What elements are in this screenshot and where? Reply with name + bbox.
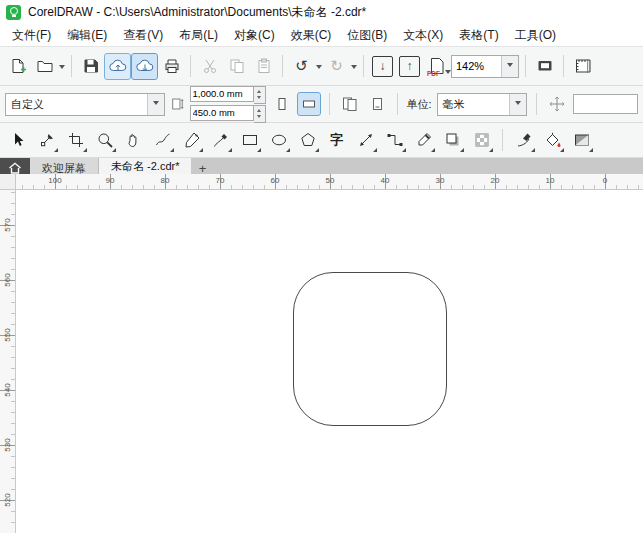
page-width-stepper[interactable]: [254, 86, 266, 104]
menu-effects[interactable]: 效果(C): [283, 25, 340, 46]
property-bar: 自定义 单位: 毫米: [0, 86, 643, 123]
landscape-orientation-button[interactable]: [298, 93, 320, 115]
dimension-tool[interactable]: [353, 128, 378, 153]
open-dropdown-arrow-icon[interactable]: [59, 65, 65, 72]
save-button[interactable]: [78, 54, 103, 79]
open-button[interactable]: [32, 54, 57, 79]
ruler-label: 560: [3, 273, 12, 286]
menu-object[interactable]: 对象(C): [226, 25, 283, 46]
redo-dropdown-arrow-icon[interactable]: [351, 65, 357, 72]
show-rulers-button[interactable]: [570, 54, 595, 79]
smart-fill-tool[interactable]: [540, 128, 565, 153]
shape-tool[interactable]: [34, 128, 59, 153]
units-combo[interactable]: 毫米: [437, 93, 527, 116]
menu-file[interactable]: 文件(F): [4, 25, 59, 46]
new-document-button[interactable]: [5, 54, 30, 79]
interactive-fill-tool[interactable]: [569, 128, 594, 153]
undo-button[interactable]: ↺: [289, 54, 314, 79]
document-tab-label: 未命名 -2.cdr*: [111, 159, 179, 174]
bezier-tool[interactable]: [179, 128, 204, 153]
print-button[interactable]: [159, 54, 184, 79]
ruler-label: 70: [216, 176, 225, 185]
menu-view[interactable]: 查看(V): [115, 25, 171, 46]
page-height-stepper[interactable]: [254, 105, 266, 123]
ruler-label: 60: [271, 176, 280, 185]
pan-tool[interactable]: [121, 128, 146, 153]
eyedropper-icon: [415, 131, 433, 149]
paste-button[interactable]: [251, 54, 276, 79]
export-icon: ↑: [399, 56, 420, 77]
toolbar-separator: [282, 55, 283, 77]
preset-dropdown-button[interactable]: [147, 94, 164, 115]
toolbar-separator: [563, 55, 564, 77]
zoom-level-combo[interactable]: [451, 55, 519, 78]
export-button[interactable]: ↑: [397, 54, 422, 79]
fullscreen-preview-button[interactable]: [532, 54, 557, 79]
toolbox-separator: [502, 129, 503, 151]
pick-tool[interactable]: [5, 128, 30, 153]
open-from-cloud-button[interactable]: [105, 54, 130, 79]
page-size-fields: [190, 86, 266, 123]
menu-table[interactable]: 表格(T): [451, 25, 506, 46]
ruler-label: 540: [3, 383, 12, 396]
publish-to-pdf-button[interactable]: PDF: [424, 54, 449, 79]
ruler-label: 100: [48, 176, 61, 185]
zoom-tool[interactable]: [92, 128, 117, 153]
current-page-button[interactable]: [366, 93, 388, 115]
drop-shadow-tool[interactable]: [440, 128, 465, 153]
nudge-distance-field[interactable]: [574, 99, 637, 110]
save-to-cloud-button[interactable]: [132, 54, 157, 79]
toolbox: 字: [0, 123, 643, 158]
zoom-dropdown-button[interactable]: [501, 56, 518, 77]
undo-dropdown-arrow-icon[interactable]: [316, 65, 322, 72]
ruler-label: 30: [436, 176, 445, 185]
page-preset-combo[interactable]: 自定义: [5, 93, 165, 116]
ruler-label: 90: [106, 176, 115, 185]
outline-pen-tool[interactable]: [511, 128, 536, 153]
copy-icon: [228, 57, 246, 75]
connector-tool[interactable]: [382, 128, 407, 153]
page-width-field[interactable]: [191, 88, 253, 99]
all-pages-button[interactable]: [339, 93, 361, 115]
magnifier-icon: [96, 131, 114, 149]
all-pages-icon: [341, 96, 359, 112]
crop-tool[interactable]: [63, 128, 88, 153]
ruler-origin-corner[interactable]: [0, 174, 16, 190]
vertical-ruler[interactable]: 570 560 550 540 530 520: [0, 190, 16, 533]
home-icon: [8, 161, 22, 175]
artistic-media-tool[interactable]: [208, 128, 233, 153]
zoom-level-input[interactable]: [452, 60, 501, 72]
freehand-tool[interactable]: [150, 128, 175, 153]
nudge-distance-button[interactable]: [546, 93, 568, 115]
pick-arrow-icon: [9, 131, 27, 149]
nudge-arrows-icon: [548, 95, 566, 113]
polygon-tool[interactable]: [295, 128, 320, 153]
rectangle-tool[interactable]: [237, 128, 262, 153]
cloud-open-icon: [108, 58, 128, 74]
import-button[interactable]: ↓: [370, 54, 395, 79]
menu-bitmaps[interactable]: 位图(B): [339, 25, 395, 46]
menu-tools[interactable]: 工具(O): [507, 25, 564, 46]
drawing-canvas[interactable]: [16, 190, 643, 533]
stepper-down-icon: [257, 115, 261, 120]
menu-edit[interactable]: 编辑(E): [59, 25, 115, 46]
page-height-field[interactable]: [191, 107, 253, 118]
copy-button[interactable]: [224, 54, 249, 79]
portrait-orientation-button[interactable]: [271, 93, 293, 115]
chevron-down-icon: [507, 63, 513, 70]
workspace: 100 90 80 70 60 50 40 30 20 10 0 570 560…: [0, 174, 643, 533]
redo-icon: ↻: [330, 59, 343, 74]
text-tool[interactable]: 字: [324, 128, 349, 153]
rounded-square-shape[interactable]: [293, 272, 447, 426]
menu-layout[interactable]: 布局(L): [171, 25, 226, 46]
eyedropper-tool[interactable]: [411, 128, 436, 153]
units-dropdown-button[interactable]: [509, 94, 526, 115]
ellipse-tool[interactable]: [266, 128, 291, 153]
ruler-label: 50: [326, 176, 335, 185]
portrait-icon: [274, 96, 290, 112]
menu-text[interactable]: 文本(X): [395, 25, 451, 46]
horizontal-ruler[interactable]: 100 90 80 70 60 50 40 30 20 10 0: [16, 174, 643, 190]
redo-button[interactable]: ↻: [324, 54, 349, 79]
transparency-tool[interactable]: [469, 128, 494, 153]
cut-button[interactable]: [197, 54, 222, 79]
